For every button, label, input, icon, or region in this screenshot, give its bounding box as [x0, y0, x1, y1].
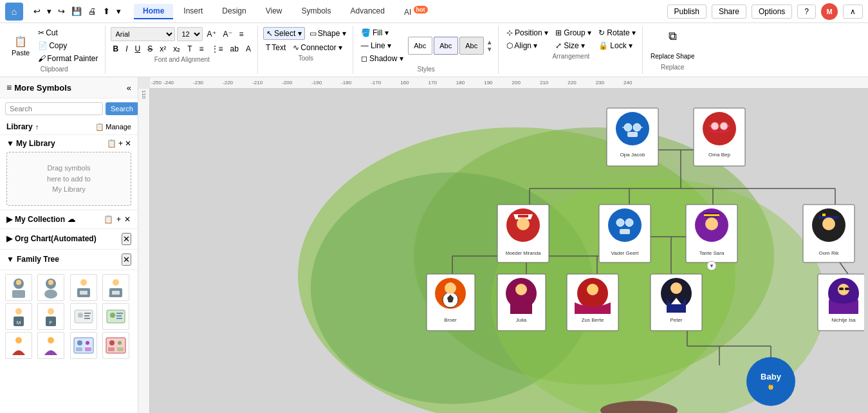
tab-design[interactable]: Design: [213, 4, 255, 19]
fill-button[interactable]: 🪣 Fill ▾: [358, 27, 406, 39]
style-sample-2[interactable]: Abc: [434, 37, 458, 55]
svg-text:Vader Geert: Vader Geert: [611, 250, 640, 256]
svg-point-90: [608, 208, 642, 242]
copy-button[interactable]: 📄 Copy: [35, 40, 100, 51]
svg-rect-8: [80, 291, 88, 295]
symbol-id-card-2[interactable]: [102, 303, 129, 330]
my-collection-add-btn[interactable]: +: [116, 214, 122, 225]
symbol-person-male-2[interactable]: M: [5, 303, 32, 330]
symbol-person-female-1[interactable]: [37, 274, 64, 301]
decrease-font-button[interactable]: A⁻: [221, 28, 235, 40]
tab-insert[interactable]: Insert: [174, 4, 212, 19]
subscript-button[interactable]: x₂: [171, 43, 183, 55]
drag-drop-area: Drag symbols here to add to My Library: [6, 152, 131, 206]
svg-rect-28: [116, 318, 122, 319]
cut-button[interactable]: ✂ Cut: [35, 27, 100, 39]
export-button[interactable]: ⬆: [100, 5, 113, 17]
style-sample-3[interactable]: Abc: [459, 37, 484, 55]
symbol-person-male-3[interactable]: [5, 332, 32, 359]
symbol-family-card-1[interactable]: [70, 332, 97, 359]
list-button[interactable]: ≡: [197, 43, 207, 55]
symbol-person-female-3[interactable]: [37, 332, 64, 359]
tab-ai[interactable]: AI hot: [395, 4, 437, 19]
my-collection-close-btn[interactable]: ✕: [124, 214, 131, 225]
svg-text:Zus Berte: Zus Berte: [582, 317, 604, 323]
font-group: Arial 12 A⁺ A⁻ ≡ B I U S x² x₂ T ≡ ⋮≡ ab: [107, 26, 258, 74]
canvas-content[interactable]: Opa Jacob Oma Bep Moeder Miranda: [150, 89, 868, 413]
print-button[interactable]: 🖨: [86, 5, 99, 17]
search-button[interactable]: Search: [106, 102, 138, 115]
paste-button[interactable]: 📋 Paste: [8, 33, 33, 59]
shadow-button[interactable]: ◻ Shadow ▾: [358, 53, 406, 64]
family-tree-header[interactable]: ▼ Family Tree ✕: [0, 250, 138, 270]
position-button[interactable]: ⊹ Position ▾: [504, 27, 551, 39]
redo-button[interactable]: ↪: [55, 5, 68, 17]
undo-button[interactable]: ↩: [31, 5, 43, 17]
family-tree-close-btn[interactable]: ✕: [122, 253, 131, 266]
symbol-id-card-1[interactable]: [70, 303, 97, 330]
org-chart-section[interactable]: ▶ Org Chart(Automated) ✕: [0, 229, 138, 250]
size-button[interactable]: ⤢ Size ▾: [553, 40, 594, 51]
highlight-button[interactable]: ab: [228, 43, 241, 55]
options-button[interactable]: Options: [752, 5, 792, 19]
save-button[interactable]: 💾: [69, 5, 84, 17]
superscript-button[interactable]: x²: [157, 43, 169, 55]
collapse-ribbon-button[interactable]: ∧: [843, 5, 863, 19]
replace-group: ⧉ Replace Shape Replace: [644, 26, 701, 74]
font-color-button[interactable]: A: [243, 43, 254, 55]
group-button[interactable]: ⊞ Group ▾: [553, 27, 594, 39]
sidebar: ≡ More Symbols « Search Library ↑ 📋 Mana…: [0, 77, 138, 413]
font-size-selector[interactable]: 12: [177, 27, 203, 41]
manage-button[interactable]: 📋 Manage: [95, 123, 131, 131]
symbol-family-card-2[interactable]: [102, 332, 129, 359]
underline-button[interactable]: U: [133, 43, 143, 55]
increase-font-button[interactable]: A⁺: [205, 28, 219, 40]
search-input[interactable]: [5, 102, 103, 115]
lock-button[interactable]: 🔒 Lock ▾: [596, 40, 638, 51]
tab-advanced[interactable]: Advanced: [342, 4, 394, 19]
align-arrange-button[interactable]: ⬡ Align ▾: [504, 40, 551, 51]
line-button[interactable]: — Line ▾: [358, 40, 406, 51]
help-button[interactable]: ?: [797, 5, 816, 19]
replace-shape-button[interactable]: ⧉ Replace Shape: [648, 27, 697, 62]
undo-dropdown[interactable]: ▾: [44, 5, 54, 17]
svg-point-25: [110, 313, 115, 318]
my-collection-section[interactable]: ▶ My Collection ☁ 📋 + ✕: [0, 210, 138, 229]
replace-label: Replace: [661, 64, 685, 71]
format-painter-button[interactable]: 🖌 Format Painter: [35, 53, 100, 64]
rotate-button[interactable]: ↻ Rotate ▾: [596, 27, 638, 39]
align-button[interactable]: ≡: [237, 28, 246, 40]
ribbon: 📋 Paste ✂ Cut 📄 Copy 🖌 Format Painter Cl…: [0, 23, 868, 77]
tab-symbols[interactable]: Symbols: [293, 4, 340, 19]
strikethrough-button[interactable]: S: [145, 43, 155, 55]
my-collection-copy-btn[interactable]: 📋: [103, 214, 114, 225]
sidebar-collapse-button[interactable]: «: [127, 83, 131, 93]
symbol-person-badge-male[interactable]: [70, 274, 97, 301]
bold-button[interactable]: B: [111, 43, 122, 55]
symbol-person-male-1[interactable]: [5, 274, 32, 301]
my-library-close-button[interactable]: ✕: [125, 139, 131, 148]
italic-button[interactable]: I: [123, 43, 130, 55]
publish-button[interactable]: Publish: [667, 5, 706, 19]
my-library-add-button[interactable]: +: [118, 139, 123, 148]
select-button[interactable]: ↖ Select ▾: [263, 27, 305, 40]
home-icon[interactable]: ⌂: [5, 3, 23, 21]
styles-expand-up[interactable]: ▲: [485, 39, 494, 46]
styles-expand-down[interactable]: ▼: [485, 46, 494, 53]
style-sample-1[interactable]: Abc: [408, 37, 432, 55]
tab-home[interactable]: Home: [134, 4, 173, 19]
more-button[interactable]: ▾: [114, 5, 124, 17]
bullet-button[interactable]: ⋮≡: [208, 43, 226, 55]
my-library-copy-button[interactable]: 📋: [107, 139, 116, 148]
tab-view[interactable]: View: [257, 4, 291, 19]
svg-text:Oma Bep: Oma Bep: [708, 152, 730, 158]
symbol-person-female-2[interactable]: F: [37, 303, 64, 330]
org-chart-close-btn[interactable]: ✕: [122, 233, 131, 245]
shape-button[interactable]: ▭ Shape ▾: [307, 28, 349, 39]
connector-button[interactable]: ∿ Connector ▾: [290, 42, 345, 53]
font-family-selector[interactable]: Arial: [111, 27, 175, 41]
share-button[interactable]: Share: [712, 5, 746, 19]
text-tool-button[interactable]: T Text: [263, 42, 288, 53]
symbol-person-badge-female[interactable]: [102, 274, 129, 301]
text-format-button[interactable]: T: [185, 43, 194, 55]
